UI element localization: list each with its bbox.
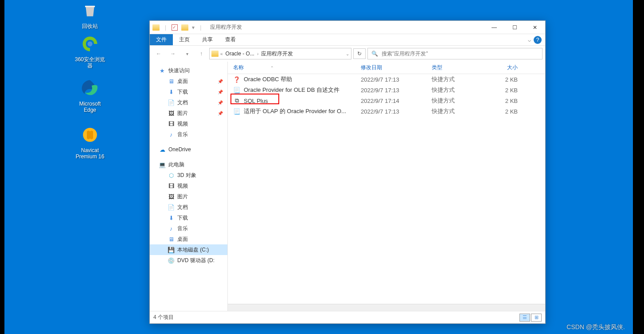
sidebar-downloads[interactable]: ⬇ 下载 📌 (150, 86, 227, 97)
file-row[interactable]: ❓ Oracle ODBC 帮助 2022/9/7 17:13 快捷方式 2 K… (228, 74, 545, 85)
sidebar[interactable]: ★ 快速访问 🖥 桌面 📌 ⬇ 下载 📌 📄 文档 📌 (150, 62, 228, 311)
view-details-icon[interactable]: ☰ (519, 314, 530, 322)
nav-back-button[interactable]: ← (152, 47, 165, 60)
sidebar-label: 文档 (177, 204, 188, 211)
sidebar-label: 音乐 (177, 131, 188, 138)
file-row[interactable]: 📃 Oracle Provider for OLE DB 自述文件 2022/9… (228, 85, 545, 95)
desktop-icon-360-browser[interactable]: 360安全浏览器 (72, 33, 108, 69)
address-bar-row: ← → ▾ ↑ « Oracle - O... › 应用程序开发 ⌄ ↻ 🔍 (150, 46, 545, 62)
file-row[interactable]: 📃 适用于 OLAP 的 Oracle Provider for O... 20… (228, 106, 545, 117)
sidebar-label: DVD 驱动器 (D: (177, 257, 215, 264)
file-type: 快捷方式 (432, 97, 491, 105)
file-list[interactable]: 名称 ⌃ 修改日期 类型 大小 ❓ Oracle ODBC 帮助 2022/9/… (228, 62, 545, 311)
tab-view[interactable]: 查看 (219, 34, 242, 45)
file-name: Oracle Provider for OLE DB 自述文件 (244, 86, 340, 94)
file-type: 快捷方式 (432, 107, 491, 115)
search-icon: 🔍 (371, 51, 378, 57)
desktop-icon: 🖥 (168, 78, 175, 85)
minimize-button[interactable]: — (484, 21, 504, 34)
tab-share[interactable]: 共享 (196, 34, 219, 45)
sidebar-label: 视频 (177, 182, 188, 190)
folder-icon (152, 24, 160, 31)
sidebar-label: 此电脑 (168, 161, 184, 169)
file-date: 2022/9/7 17:13 (361, 76, 432, 83)
chevron-icon[interactable]: « (220, 51, 223, 56)
expand-ribbon-icon[interactable]: ⌵ (528, 37, 531, 43)
title-bar-icons: | ▾ | 应用程序开发 (150, 24, 242, 31)
document-icon: 📄 (168, 99, 175, 106)
sidebar-documents-pc[interactable]: 📄 文档 (150, 202, 227, 212)
download-icon: ⬇ (168, 214, 175, 221)
address-bar[interactable]: « Oracle - O... › 应用程序开发 ⌄ (209, 48, 351, 59)
sidebar-label: 桌面 (177, 78, 188, 85)
cube-icon: ⬡ (168, 172, 175, 179)
desktop-icon-recycle-bin[interactable]: 回收站 (72, 0, 108, 29)
desktop-icon-label: Navicat Premium 16 (72, 147, 108, 160)
sidebar-desktop-pc[interactable]: 🖥 桌面 (150, 234, 227, 244)
sidebar-label: 视频 (177, 120, 188, 128)
maximize-button[interactable]: ☐ (504, 21, 525, 34)
view-icons-icon[interactable]: ⊞ (531, 314, 542, 322)
help-file-icon: ❓ (233, 76, 240, 83)
file-date: 2022/9/7 17:13 (361, 87, 432, 94)
file-name: 适用于 OLAP 的 Oracle Provider for O... (244, 107, 346, 115)
sidebar-downloads-pc[interactable]: ⬇ 下载 (150, 212, 227, 223)
dropdown-icon[interactable]: ▾ (192, 24, 195, 31)
sidebar-label: 快速访问 (168, 67, 190, 75)
tab-home[interactable]: 主页 (173, 34, 196, 45)
sidebar-this-pc[interactable]: 💻 此电脑 (150, 159, 227, 170)
column-headers: 名称 ⌃ 修改日期 类型 大小 (228, 62, 545, 74)
sidebar-music-pc[interactable]: ♪ 音乐 (150, 223, 227, 234)
star-icon: ★ (159, 67, 166, 74)
sidebar-quick-access[interactable]: ★ 快速访问 (150, 65, 227, 76)
checkmark-icon[interactable] (172, 24, 178, 31)
sidebar-videos[interactable]: 🎞 视频 (150, 118, 227, 129)
desktop-icon-label: 360安全浏览器 (72, 56, 108, 69)
refresh-button[interactable]: ↻ (353, 48, 366, 59)
breadcrumb-item[interactable]: 应用程序开发 (260, 50, 294, 58)
file-size: 2 KB (491, 98, 527, 104)
divider: | (200, 24, 201, 31)
sidebar-videos-pc[interactable]: 🎞 视频 (150, 181, 227, 191)
download-icon: ⬇ (168, 88, 175, 95)
sidebar-local-disk[interactable]: 💾 本地磁盘 (C:) (150, 244, 227, 255)
column-header-date[interactable]: 修改日期 (361, 64, 432, 71)
desktop-icon-edge[interactable]: Microsoft Edge (72, 78, 108, 113)
nav-history-button[interactable]: ▾ (181, 47, 193, 60)
help-icon[interactable]: ? (534, 36, 542, 44)
sidebar-dvd-drive[interactable]: 💿 DVD 驱动器 (D: (150, 255, 227, 266)
sidebar-3d-objects[interactable]: ⬡ 3D 对象 (150, 170, 227, 181)
breadcrumb-item[interactable]: Oracle - O... (225, 51, 255, 57)
column-header-size[interactable]: 大小 (491, 64, 527, 71)
desktop-icon-navicat[interactable]: Navicat Premium 16 (72, 124, 108, 160)
sidebar-pictures[interactable]: 🖼 图片 📌 (150, 108, 227, 118)
file-name: Oracle ODBC 帮助 (244, 75, 292, 83)
search-box[interactable]: 🔍 (367, 48, 543, 59)
file-row[interactable]: ⧉ SQL Plus 2022/9/7 17:14 快捷方式 2 KB (228, 95, 545, 106)
sidebar-pictures-pc[interactable]: 🖼 图片 (150, 191, 227, 202)
column-header-name[interactable]: 名称 ⌃ (228, 64, 361, 71)
address-dropdown-icon[interactable]: ⌄ (346, 51, 349, 56)
sidebar-music[interactable]: ♪ 音乐 (150, 129, 227, 140)
chevron-icon[interactable]: › (257, 51, 258, 56)
sidebar-label: 文档 (177, 99, 188, 106)
shortcut-icon: 📃 (233, 86, 240, 94)
sidebar-desktop[interactable]: 🖥 桌面 📌 (150, 76, 227, 86)
horizontal-scrollbar[interactable] (228, 304, 545, 311)
recycle-bin-icon (79, 0, 101, 21)
close-button[interactable]: ✕ (525, 21, 545, 34)
explorer-window: | ▾ | 应用程序开发 — ☐ ✕ 文件 主页 共享 查看 ⌵ ? (149, 20, 546, 324)
sidebar-documents[interactable]: 📄 文档 📌 (150, 97, 227, 108)
file-size: 2 KB (491, 108, 527, 115)
search-input[interactable] (382, 51, 539, 57)
sidebar-label: 桌面 (177, 236, 188, 243)
ribbon-tabs: 文件 主页 共享 查看 ⌵ ? (150, 34, 545, 46)
nav-up-button[interactable]: ↑ (195, 47, 207, 60)
tab-file[interactable]: 文件 (150, 34, 173, 45)
sidebar-onedrive[interactable]: ☁ OneDrive (150, 144, 227, 155)
column-header-type[interactable]: 类型 (432, 64, 491, 71)
title-bar[interactable]: | ▾ | 应用程序开发 — ☐ ✕ (150, 21, 545, 34)
nav-forward-button[interactable]: → (167, 47, 179, 60)
desktop-icon-label: Microsoft Edge (72, 101, 108, 113)
desktop[interactable]: 回收站 360安全浏览器 Microsoft Edge Navicat Prem… (4, 0, 633, 334)
